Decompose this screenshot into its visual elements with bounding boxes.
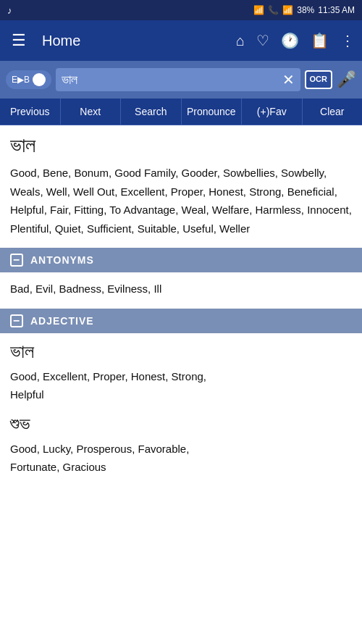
adj-word-1: ভাল [10, 340, 352, 363]
battery-text: 38% [297, 5, 314, 15]
adj-meanings-2: Good, Lucky, Prosperous, Favorable,Fortu… [10, 440, 352, 477]
adjective-collapse-icon[interactable]: − [10, 314, 23, 327]
adj-meanings-1: Good, Excellent, Proper, Honest, Strong,… [10, 367, 352, 404]
adj-word-2: শুভ [10, 413, 352, 435]
home-icon[interactable]: ⌂ [236, 33, 245, 49]
time-text: 11:35 AM [318, 5, 355, 15]
favorite-icon[interactable]: ♡ [256, 32, 269, 49]
antonyms-list: Bad, Evil, Badness, Evilness, Ill [10, 280, 352, 298]
lang-label: E▶B [12, 75, 30, 85]
ocr-button[interactable]: OCR [305, 70, 332, 88]
top-nav: ☰ Home ⌂ ♡ 🕐 📋 ⋮ [0, 20, 362, 61]
status-right-icons: 📶 📞 📶 38% 11:35 AM [253, 5, 355, 15]
history-icon[interactable]: 🕐 [281, 32, 299, 49]
antonyms-header[interactable]: − ANTONYMS [0, 248, 362, 272]
lang-toggle[interactable]: E▶B [6, 70, 51, 89]
toggle-ball [33, 73, 46, 86]
previous-button[interactable]: Previous [0, 99, 61, 125]
adjective-header[interactable]: − ADJECTIVE [0, 309, 362, 333]
nav-icons: ⌂ ♡ 🕐 📋 ⋮ [236, 32, 355, 49]
search-input[interactable] [62, 72, 278, 88]
hamburger-icon[interactable]: ☰ [7, 27, 30, 54]
main-meanings: Good, Bene, Bonum, Good Family, Gooder, … [10, 164, 352, 238]
adjective-section: − ADJECTIVE ভাল Good, Excellent, Proper,… [10, 309, 352, 477]
more-icon[interactable]: ⋮ [340, 32, 355, 49]
main-content: ভাল Good, Bene, Bonum, Good Family, Good… [0, 125, 362, 494]
search-button[interactable]: Search [121, 99, 182, 125]
adjective-header-label: ADJECTIVE [30, 315, 94, 327]
next-button[interactable]: Next [61, 99, 122, 125]
signal-icon: 📶 [282, 5, 293, 15]
action-bar: Previous Next Search Pronounce (+)Fav Cl… [0, 99, 362, 125]
fav-button[interactable]: (+)Fav [242, 99, 303, 125]
nav-title: Home [42, 33, 229, 49]
clear-button[interactable]: Clear [303, 99, 363, 125]
wifi-icon: 📶 [253, 5, 264, 15]
status-bar: ♪ 📶 📞 📶 38% 11:35 AM [0, 0, 362, 20]
phone-icon: 📞 [268, 5, 279, 15]
status-music-icon: ♪ [7, 5, 12, 16]
clipboard-icon[interactable]: 📋 [311, 32, 329, 49]
main-word: ভাল [10, 134, 352, 158]
pronounce-button[interactable]: Pronounce [182, 99, 243, 125]
search-clear-button[interactable]: ✕ [282, 71, 295, 88]
antonyms-header-label: ANTONYMS [30, 254, 94, 266]
antonyms-section: − ANTONYMS Bad, Evil, Badness, Evilness,… [10, 248, 352, 298]
search-bar: E▶B ✕ OCR 🎤 [0, 61, 362, 99]
search-input-wrap: ✕ [56, 68, 300, 91]
antonyms-collapse-icon[interactable]: − [10, 254, 23, 267]
mic-icon[interactable]: 🎤 [337, 70, 356, 89]
